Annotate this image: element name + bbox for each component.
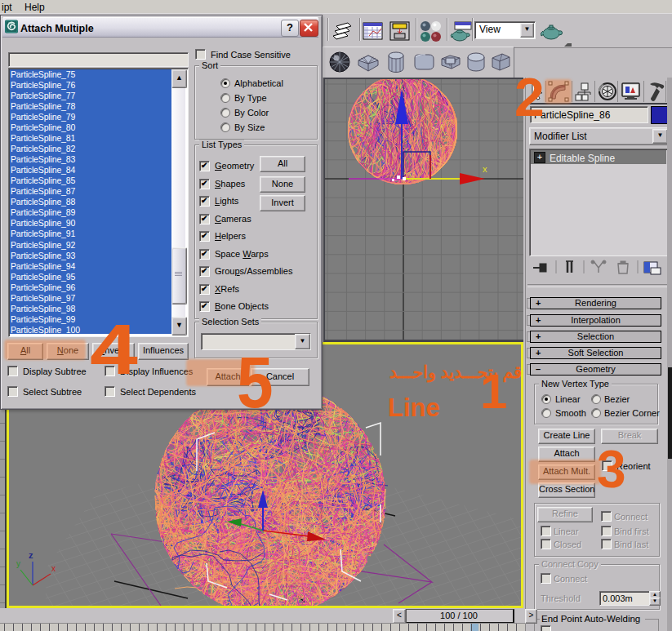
svg-text:z: z	[29, 550, 33, 560]
svg-text:x: x	[51, 564, 56, 573]
svg-text:y: y	[16, 559, 20, 568]
svg-text:x: x	[483, 164, 487, 174]
